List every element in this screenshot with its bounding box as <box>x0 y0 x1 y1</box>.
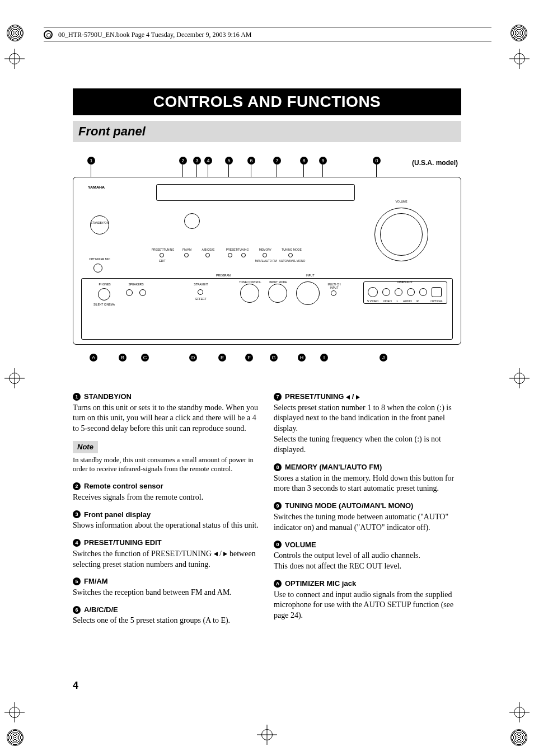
callout-8: 8 <box>300 157 308 165</box>
tone-label: TONE CONTROL <box>239 280 261 284</box>
optical-label: OPTICAL <box>428 299 445 303</box>
optimizer-jack-icon <box>93 264 102 273</box>
reg-mark-icon <box>510 729 527 746</box>
aud-l-label: L <box>395 299 400 303</box>
tuning-mode-label: TUNING MODE <box>279 248 304 251</box>
program-label: PROGRAM <box>207 274 240 277</box>
speakers-label: SPEAKERS <box>124 283 148 286</box>
item-preset-edit: 4 PRESET/TUNING EDIT Switches the functi… <box>73 538 260 570</box>
item-title: Remote control sensor <box>84 481 163 491</box>
note-label: Note <box>73 441 98 453</box>
note-text: In standby mode, this unit consumes a sm… <box>73 456 260 474</box>
item-title: STANDBY/ON <box>84 392 132 402</box>
item-title: VOLUME <box>285 540 316 550</box>
item-abcde: 6 A/B/C/D/E Selects one of the 5 preset … <box>73 605 260 626</box>
auto-mono-label: AUTO/MAN'L MONO <box>278 259 306 262</box>
callout-3: 3 <box>193 157 201 165</box>
item-optimizer-mic: A OPTIMIZER MIC jack Use to connect and … <box>274 579 461 621</box>
small-btn <box>263 253 267 257</box>
small-btn <box>228 253 232 257</box>
item-body: Selects preset station number 1 to 8 whe… <box>274 403 461 435</box>
small-btn <box>160 253 164 257</box>
item-body: Stores a station in the memory. Hold dow… <box>274 473 461 495</box>
callout-14: D <box>189 354 197 361</box>
item-preset-tuning: 7 PRESET/TUNING / Selects preset station… <box>274 392 461 456</box>
audio-r-jack-icon <box>407 288 415 296</box>
crosshair-icon <box>509 702 530 722</box>
item-front-display: 3 Front panel display Shows information … <box>73 510 260 531</box>
num-badge: 5 <box>73 577 81 585</box>
item-fmam: 5 FM/AM Switches the reception band betw… <box>73 576 260 598</box>
item-tuning-mode: 9 TUNING MODE (AUTO/MAN'L MONO) Switches… <box>274 501 461 533</box>
multi-label: MULTI CH INPUT <box>324 283 344 289</box>
page-title: CONTROLS AND FUNCTIONS <box>73 88 461 115</box>
display-window <box>156 184 355 201</box>
phones-label: PHONES <box>93 283 116 286</box>
note-block: Note In standby mode, this unit consumes… <box>73 441 260 473</box>
callout-19: I <box>320 354 328 361</box>
speaker-b-icon <box>139 289 146 296</box>
num-badge: 7 <box>274 393 282 401</box>
svideo-jack-icon <box>368 287 378 297</box>
triangle-right-icon <box>356 395 360 400</box>
callout-1: 1 <box>87 157 95 165</box>
small-btn <box>288 253 293 257</box>
small-btn <box>198 289 203 295</box>
book-icon <box>44 30 53 39</box>
item-standby: 1 STANDBY/ON Turns on this unit or sets … <box>73 392 260 434</box>
silent-label: SILENT CINEMA <box>90 303 118 306</box>
item-body: Receives signals from the remote control… <box>73 492 260 503</box>
body-pre: Switches the function of PRESET/TUNING <box>73 550 214 558</box>
small-btn <box>241 253 246 257</box>
num-badge: A <box>274 580 282 588</box>
audio-l-jack-icon <box>395 288 402 296</box>
body-columns: 1 STANDBY/ON Turns on this unit or sets … <box>73 392 461 633</box>
item-remote-sensor: 2 Remote control sensor Receives signals… <box>73 481 260 503</box>
num-badge: 2 <box>73 482 81 490</box>
callout-18: H <box>298 354 306 361</box>
reg-mark-icon <box>7 729 24 746</box>
callout-20: J <box>380 354 387 361</box>
item-body: Shows information about the operational … <box>73 520 260 531</box>
item-title: A/B/C/D/E <box>84 605 118 615</box>
crosshair-icon <box>257 725 277 745</box>
callout-12: B <box>119 354 127 361</box>
preset-edit-label: PRESET/TUNING <box>151 248 175 251</box>
callout-7: 7 <box>273 157 281 165</box>
num-badge: 4 <box>73 539 81 547</box>
crosshair-icon <box>4 702 25 722</box>
input-label: INPUT <box>296 274 324 277</box>
volume-label: VOLUME <box>389 200 414 203</box>
panel-outline: YAMAHA STANDBY/ON OPTIMIZER MIC PHONES S… <box>73 177 461 345</box>
audio-r-jack-icon <box>419 288 427 296</box>
video-jack-icon <box>382 288 390 296</box>
audio-label: AUDIO <box>401 299 414 303</box>
small-btn <box>331 290 336 296</box>
item-memory: 8 MEMORY (MAN'L/AUTO FM) Stores a statio… <box>274 462 461 494</box>
large-knob-icon <box>296 281 320 305</box>
item-title: Front panel display <box>84 510 151 520</box>
item-body: Use to connect and input audio signals f… <box>274 590 461 622</box>
num-badge: 0 <box>274 541 282 548</box>
callout-11: A <box>90 354 97 361</box>
video-aux-label: VIDEO AUX <box>389 280 420 284</box>
straight-label: STRAIGHT <box>191 283 211 286</box>
num-badge: 9 <box>274 502 282 510</box>
item-title: PRESET/TUNING EDIT <box>84 538 162 548</box>
item-body-2: Selects the tuning frequency when the co… <box>274 434 461 456</box>
program-knob-icon <box>240 284 259 303</box>
item-body: Turns on this unit or sets it to the sta… <box>73 403 260 435</box>
man-auto-label: MAN'L/AUTO FM <box>254 259 278 262</box>
page-number: 4 <box>73 680 78 692</box>
callout-9: 9 <box>319 157 327 165</box>
triangle-left-icon <box>214 552 218 556</box>
num-badge: 8 <box>274 463 282 471</box>
effect-label: EFFECT <box>193 297 209 300</box>
brand-label: YAMAHA <box>88 185 105 189</box>
item-title: FM/AM <box>84 576 108 586</box>
callout-2: 2 <box>179 157 187 165</box>
item-title: OPTIMIZER MIC jack <box>285 579 356 589</box>
right-column: 7 PRESET/TUNING / Selects preset station… <box>274 392 461 633</box>
book-header: 00_HTR-5790U_EN.book Page 4 Tuesday, Dec… <box>44 27 491 41</box>
small-btn <box>184 253 189 257</box>
